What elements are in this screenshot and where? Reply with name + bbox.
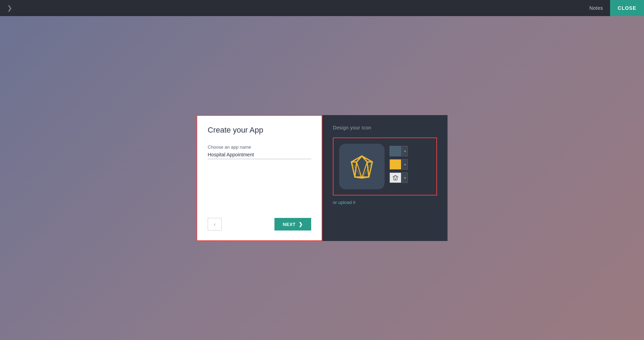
next-label: NEXT	[283, 222, 296, 227]
small-diamond-icon	[392, 175, 399, 180]
icon-style-swatch[interactable]	[389, 172, 401, 183]
svg-line-7	[395, 177, 396, 180]
right-panel: Design your Icon	[322, 115, 448, 241]
upload-prefix: or	[333, 200, 338, 205]
icon-design-area: ▾ ▾	[333, 137, 437, 196]
left-panel: Create your App Choose an app name ‹ NEX…	[196, 115, 322, 241]
bg-color-swatch[interactable]	[389, 146, 401, 156]
diamond-icon	[348, 154, 376, 179]
svg-line-2	[362, 162, 367, 178]
fg-color-swatch[interactable]	[389, 159, 401, 170]
topbar-left: ❯	[7, 4, 12, 12]
next-button[interactable]: NEXT ❯	[274, 218, 311, 231]
upload-link-row: or upload it	[333, 200, 355, 205]
icon-style-row: ▾	[389, 172, 408, 183]
create-app-title: Create your App	[208, 126, 311, 135]
topbar: ❯ Notes CLOSE	[0, 0, 644, 16]
topbar-right: Notes CLOSE	[582, 0, 644, 16]
icon-preview	[339, 144, 385, 189]
back-button[interactable]: ‹	[208, 218, 222, 231]
fg-color-row: ▾	[389, 159, 408, 170]
dialog-container: Create your App Choose an app name ‹ NEX…	[196, 115, 448, 241]
bottom-nav: ‹ NEXT ❯	[208, 211, 311, 231]
svg-line-1	[357, 162, 362, 178]
back-chevron-icon: ‹	[214, 221, 216, 227]
svg-marker-5	[393, 175, 398, 180]
app-name-input[interactable]	[208, 152, 311, 159]
notes-button[interactable]: Notes	[582, 0, 610, 16]
color-pickers: ▾ ▾	[389, 146, 408, 183]
upload-link[interactable]: upload it	[338, 200, 355, 205]
app-name-label: Choose an app name	[208, 144, 311, 150]
design-icon-title: Design your Icon	[333, 125, 371, 130]
svg-line-6	[394, 177, 395, 180]
bg-color-dropdown[interactable]: ▾	[402, 146, 408, 156]
bg-color-row: ▾	[389, 146, 408, 156]
fg-color-dropdown[interactable]: ▾	[402, 159, 408, 170]
main-content: Create your App Choose an app name ‹ NEX…	[0, 16, 644, 340]
close-button[interactable]: CLOSE	[610, 0, 644, 16]
next-chevron-icon: ❯	[299, 221, 303, 227]
icon-style-dropdown[interactable]: ▾	[402, 172, 408, 183]
chevron-right-icon[interactable]: ❯	[7, 4, 12, 12]
